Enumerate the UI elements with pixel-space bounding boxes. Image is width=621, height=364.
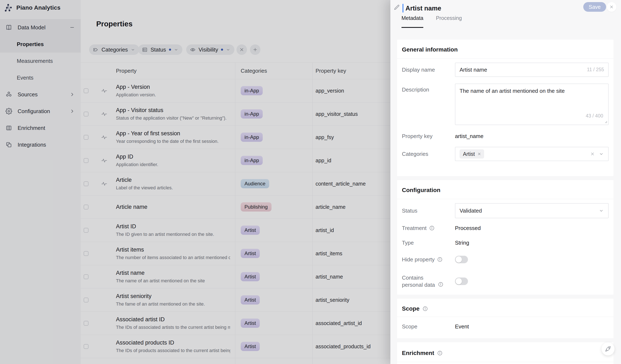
section-configuration: Configuration Status Validated Treatment… <box>397 180 613 295</box>
text-cursor <box>402 4 403 13</box>
panel-title[interactable]: Artist name <box>405 5 441 12</box>
personal-data-toggle[interactable] <box>455 278 468 285</box>
tab-metadata[interactable]: Metadata <box>401 15 423 28</box>
hide-property-toggle[interactable] <box>455 256 468 263</box>
info-icon[interactable] <box>437 257 443 262</box>
info-icon[interactable] <box>437 350 443 356</box>
section-heading: Scope <box>402 305 419 312</box>
rocket-fab-button[interactable] <box>602 342 615 355</box>
section-heading: Configuration <box>402 187 440 193</box>
close-x-icon <box>609 5 614 9</box>
section-general-information: General information Display name 11 / 25… <box>397 40 613 176</box>
section-scope: Scope Scope Event <box>397 299 613 338</box>
resize-handle-icon[interactable] <box>604 120 607 123</box>
section-heading: General information <box>402 46 458 53</box>
panel-tabs: Metadata Processing <box>401 15 462 28</box>
remove-chip-icon[interactable] <box>477 152 481 156</box>
display-name-label: Display name <box>402 67 455 73</box>
screen: Piano Analytics Data Model Properties Me… <box>0 0 621 364</box>
edit-panel: Artist name Save Metadata Processing Gen… <box>390 0 621 364</box>
type-value: String <box>455 240 469 246</box>
info-icon[interactable] <box>429 225 435 231</box>
personal-data-label: Contains personal data <box>402 274 455 288</box>
section-enrichment: Enrichment <box>397 342 613 364</box>
description-label: Description <box>402 84 455 93</box>
char-counter: 11 / 255 <box>587 67 604 72</box>
chevron-down-icon <box>599 208 604 213</box>
close-button[interactable] <box>607 2 616 12</box>
info-icon[interactable] <box>422 306 428 311</box>
section-heading: Enrichment <box>402 350 434 356</box>
rocket-icon <box>604 345 612 352</box>
categories-select[interactable]: Artist <box>455 147 609 161</box>
description-textarea[interactable] <box>455 84 609 125</box>
treatment-label: Treatment <box>402 225 455 231</box>
status-label: Status <box>402 207 455 214</box>
clear-select-icon[interactable] <box>590 152 595 156</box>
property-key-label: Property key <box>402 133 455 140</box>
category-chip[interactable]: Artist <box>460 149 484 158</box>
pencil-icon[interactable] <box>394 4 400 11</box>
save-button[interactable]: Save <box>583 2 606 12</box>
status-select[interactable]: Validated <box>455 203 609 218</box>
type-label: Type <box>402 240 455 246</box>
property-key-value: artist_name <box>455 133 483 140</box>
scope-label: Scope <box>402 323 455 330</box>
display-name-input[interactable] <box>455 63 609 77</box>
modal-dim-overlay[interactable] <box>0 0 390 364</box>
chevron-down-icon <box>599 152 604 156</box>
scope-value: Event <box>455 323 469 330</box>
hide-property-label: Hide property <box>402 256 455 263</box>
info-icon[interactable] <box>438 282 443 287</box>
tab-processing[interactable]: Processing <box>436 15 462 28</box>
categories-label: Categories <box>402 151 455 157</box>
treatment-value: Processed <box>455 225 481 231</box>
char-counter: 43 / 400 <box>586 113 603 119</box>
